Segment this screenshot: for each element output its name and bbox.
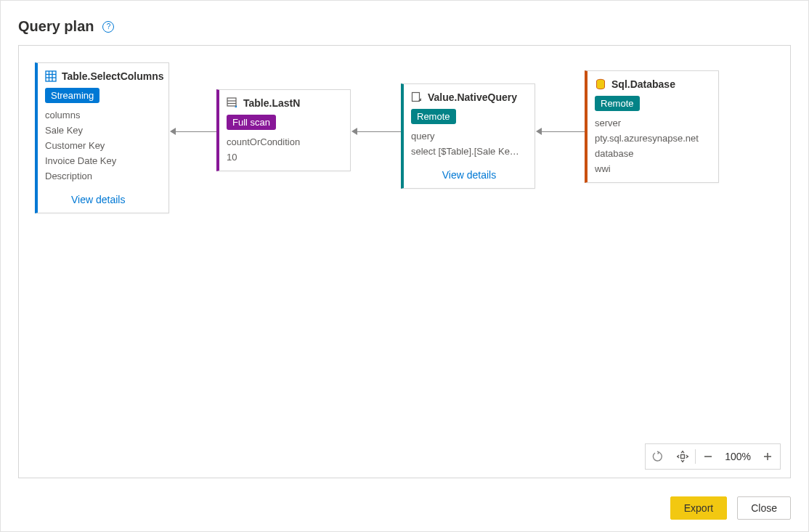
node-body: server pty.sql.azuresynapse.net database… xyxy=(588,115,718,182)
node-body: columns Sale Key Customer Key Invoice Da… xyxy=(38,107,168,189)
close-button[interactable]: Close xyxy=(737,496,791,520)
database-icon xyxy=(595,78,606,90)
edge-arrow xyxy=(536,128,585,135)
view-details-link[interactable]: View details xyxy=(404,165,534,188)
query-plan-canvas[interactable]: Table.SelectColumns Streaming columns Sa… xyxy=(19,46,790,478)
page-title: Query plan xyxy=(18,18,94,35)
svg-rect-8 xyxy=(412,93,420,102)
svg-rect-5 xyxy=(227,98,236,106)
node-title: Sql.Database xyxy=(611,78,675,90)
dialog-footer: Export Close xyxy=(670,496,791,520)
node-table-selectcolumns[interactable]: Table.SelectColumns Streaming columns Sa… xyxy=(35,62,169,213)
edge-arrow xyxy=(170,128,216,135)
help-icon[interactable]: ? xyxy=(102,21,114,33)
rows-icon xyxy=(227,97,238,109)
zoom-in-button[interactable] xyxy=(755,444,780,469)
node-value-nativequery[interactable]: Value.NativeQuery Remote query select [$… xyxy=(401,83,535,189)
node-title: Table.LastN xyxy=(243,97,300,109)
canvas-frame: Table.SelectColumns Streaming columns Sa… xyxy=(18,45,791,478)
native-query-icon xyxy=(411,91,423,103)
edge-arrow xyxy=(351,128,401,135)
zoom-level-label: 100% xyxy=(720,451,755,462)
table-icon xyxy=(45,70,57,82)
dialog-header: Query plan ? xyxy=(1,1,808,45)
node-body: query select [$Table].[Sale Ke… xyxy=(404,128,534,165)
node-title: Value.NativeQuery xyxy=(428,91,517,103)
svg-rect-0 xyxy=(46,71,56,81)
view-details-link[interactable]: View details xyxy=(38,189,168,213)
node-title: Table.SelectColumns xyxy=(62,70,164,82)
zoom-toolbar: 100% xyxy=(645,443,781,470)
status-badge: Remote xyxy=(595,96,640,111)
node-sql-database[interactable]: Sql.Database Remote server pty.sql.azure… xyxy=(585,70,719,183)
zoom-out-button[interactable] xyxy=(696,444,720,469)
reset-zoom-button[interactable] xyxy=(646,444,670,469)
node-body: countOrCondition 10 xyxy=(219,134,350,171)
status-badge: Streaming xyxy=(45,88,99,103)
status-badge: Remote xyxy=(411,109,456,124)
node-table-lastn[interactable]: Table.LastN Full scan countOrCondition 1… xyxy=(216,89,351,171)
svg-rect-10 xyxy=(681,455,685,459)
fit-to-screen-button[interactable] xyxy=(670,444,695,469)
status-badge: Full scan xyxy=(227,115,276,130)
export-button[interactable]: Export xyxy=(670,496,727,520)
